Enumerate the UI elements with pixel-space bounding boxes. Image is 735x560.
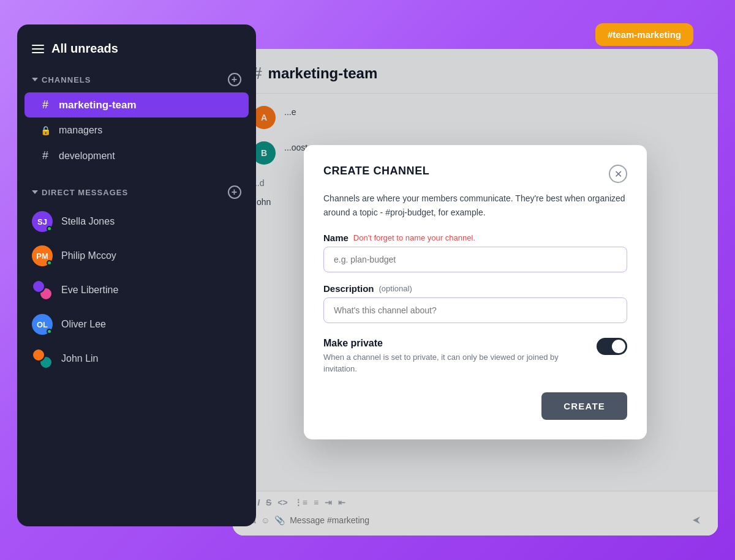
dm-name-john: John Lin xyxy=(61,353,99,364)
modal-overlay: CREATE CHANNEL ✕ Channels are where your… xyxy=(233,49,718,536)
channel-description-input[interactable] xyxy=(323,297,627,323)
private-section: Make private When a channel is set to pr… xyxy=(323,338,627,375)
tooltip-badge: #team-marketing xyxy=(595,23,693,46)
create-channel-button[interactable]: CREATE xyxy=(541,392,627,420)
hash-icon-development: # xyxy=(39,149,51,162)
channel-item-managers[interactable]: 🔒 managers xyxy=(24,119,249,142)
channels-section-left: CHANNELS xyxy=(32,75,91,84)
dm-name-eve: Eve Libertine xyxy=(61,285,118,296)
sidebar-title: All unreads xyxy=(51,42,118,56)
dm-chevron-icon[interactable] xyxy=(32,190,38,194)
private-desc: When a channel is set to private, it can… xyxy=(323,351,584,375)
sidebar-header: All unreads xyxy=(17,24,256,68)
desc-optional-text: (optional) xyxy=(379,284,412,293)
avatar-john xyxy=(32,348,53,369)
hamburger-icon[interactable] xyxy=(32,45,44,53)
modal-title: CREATE CHANNEL xyxy=(323,165,429,177)
dm-name-oliver: Oliver Lee xyxy=(61,319,106,330)
name-label: Name Don't forget to name your channel. xyxy=(323,233,627,243)
channel-name-development: development xyxy=(59,151,115,162)
name-label-text: Name xyxy=(323,233,349,243)
dm-section: DIRECT MESSAGES + SJ Stella Jones PM Phi… xyxy=(17,181,256,375)
desc-label-text: Description xyxy=(323,283,374,294)
channel-name-managers: managers xyxy=(59,125,102,136)
add-channel-button[interactable]: + xyxy=(228,73,241,86)
dm-label: DIRECT MESSAGES xyxy=(42,188,128,197)
hash-icon-marketing: # xyxy=(39,99,51,111)
avatar-stella: SJ xyxy=(32,211,53,232)
desc-label: Description (optional) xyxy=(323,283,627,294)
channels-section-header: CHANNELS + xyxy=(17,68,256,91)
channel-item-marketing-team[interactable]: # marketing-team xyxy=(24,92,249,118)
private-text: Make private When a channel is set to pr… xyxy=(323,338,584,375)
modal-header: CREATE CHANNEL ✕ xyxy=(323,165,627,183)
dm-name-philip: Philip Mccoy xyxy=(61,250,116,261)
modal-close-button[interactable]: ✕ xyxy=(609,165,627,183)
channels-chevron-icon[interactable] xyxy=(32,78,38,81)
dm-name-stella: Stella Jones xyxy=(61,216,115,227)
add-dm-button[interactable]: + xyxy=(228,185,241,199)
avatar-eve xyxy=(32,280,53,301)
online-indicator-philip xyxy=(47,260,52,266)
dm-item-oliver[interactable]: OL Oliver Lee xyxy=(17,308,256,341)
dm-item-stella[interactable]: SJ Stella Jones xyxy=(17,205,256,238)
avatar-philip: PM xyxy=(32,245,53,266)
dm-item-eve[interactable]: Eve Libertine xyxy=(17,274,256,307)
online-indicator-stella xyxy=(47,226,52,231)
create-channel-modal: CREATE CHANNEL ✕ Channels are where your… xyxy=(304,145,647,439)
channel-item-development[interactable]: # development xyxy=(24,143,249,168)
modal-description: Channels are where your members communic… xyxy=(323,192,627,219)
lock-icon-managers: 🔒 xyxy=(39,125,51,135)
toggle-knob xyxy=(612,340,625,353)
main-chat-area: # marketing-team A ...e B ...oosts. ...d… xyxy=(233,49,718,536)
dm-item-philip[interactable]: PM Philip Mccoy xyxy=(17,239,256,272)
channel-name-marketing: marketing-team xyxy=(59,99,137,111)
online-indicator-oliver xyxy=(47,329,52,334)
name-warning-text: Don't forget to name your channel. xyxy=(353,233,475,242)
dm-section-header: DIRECT MESSAGES + xyxy=(17,181,256,204)
sidebar: All unreads CHANNELS + # marketing-team … xyxy=(17,24,256,526)
private-toggle[interactable] xyxy=(597,338,627,355)
dm-section-left: DIRECT MESSAGES xyxy=(32,188,128,197)
dm-item-john[interactable]: John Lin xyxy=(17,342,256,375)
private-title: Make private xyxy=(323,338,584,349)
channels-label: CHANNELS xyxy=(42,75,91,84)
avatar-oliver: OL xyxy=(32,314,53,335)
channel-name-input[interactable] xyxy=(323,247,627,272)
